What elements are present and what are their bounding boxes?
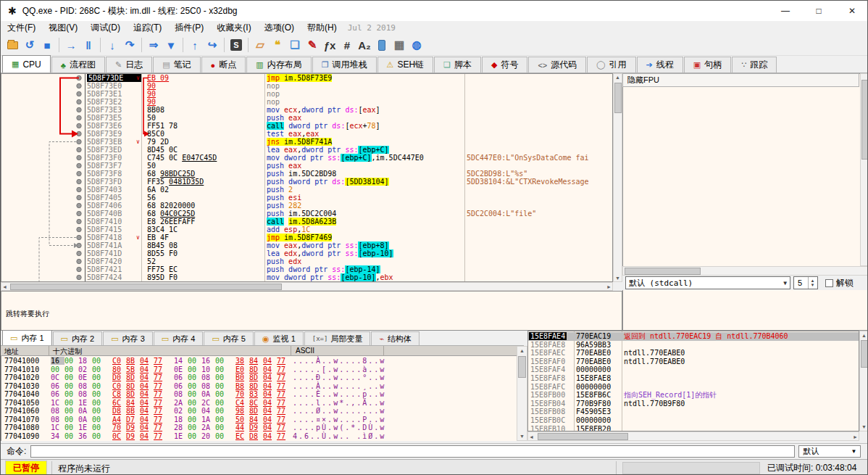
tab-跟踪[interactable]: ∵跟踪 <box>732 57 777 73</box>
menu-item-2[interactable]: 视图(V) <box>42 21 84 35</box>
comment-icon[interactable]: ❝ <box>270 37 285 53</box>
functions-fx-icon[interactable]: ƒx <box>322 37 338 53</box>
tab-内存 1[interactable]: ▭内存 1 <box>2 330 52 345</box>
disasm-row[interactable]: 5D8F73F750push eax <box>1 162 613 170</box>
stack-vscrollbar[interactable]: ▲ ▼ <box>859 331 868 431</box>
step-out-icon[interactable]: ▼ <box>163 37 179 53</box>
open-file-icon[interactable] <box>4 37 20 53</box>
tab-内存 3[interactable]: ▭内存 3 <box>103 331 153 345</box>
disasm-row[interactable]: 5D8F742052push edx <box>1 257 613 265</box>
memory-dump-pane[interactable]: 7704100016001800C08B04771400160038840477… <box>1 356 517 441</box>
tab-内存 2[interactable]: ▭内存 2 <box>53 331 103 345</box>
tab-句柄[interactable]: ▣句柄 <box>684 57 731 73</box>
step-over-icon[interactable]: ↷ <box>122 37 138 53</box>
menu-item-7[interactable]: 选项(O) <box>258 21 301 35</box>
stack-row[interactable]: 15E8FB04770B9F80ntdll.770B9F80 <box>528 400 859 408</box>
convention-dropdown[interactable]: 默认 (stdcall) ▼ <box>625 276 790 289</box>
tab-CPU[interactable]: ▦CPU <box>2 55 51 73</box>
tab-源代码[interactable]: <>源代码 <box>528 57 586 73</box>
dump-row[interactable]: 7704103006000800C08D047706000800B88D0477… <box>1 382 517 391</box>
dump-row[interactable]: 7704101000000200805B04770E001000E08D0477… <box>1 365 517 374</box>
registers-vscrollbar[interactable] <box>860 73 868 266</box>
tab-日志[interactable]: ✎日志 <box>106 57 152 73</box>
tab-结构体[interactable]: ⌁结构体 <box>371 331 420 345</box>
stack-row[interactable]: 15E8FB0C00000000 <box>528 416 859 425</box>
tab-流程图[interactable]: ♣流程图 <box>51 57 105 73</box>
stack-row[interactable]: 15E8FAEC770EABE0ntdll.770EABE0 <box>528 349 859 358</box>
hide-fpu-button[interactable]: 隐藏FPU <box>622 73 859 87</box>
highlight-pencil-icon[interactable]: ✎ <box>304 37 320 53</box>
restart-icon[interactable]: ↺ <box>22 37 38 53</box>
tab-调用堆栈[interactable]: ❐调用堆栈 <box>312 57 377 73</box>
disasm-row[interactable]: 5D8F73DE∨EB 09jmp im.5D8F73E9 <box>1 74 613 82</box>
disasm-row[interactable]: 5D8F73E090nop <box>1 82 613 90</box>
disasm-row[interactable]: 5D8F73ED8D45 0Clea eax,dword ptr ss:[ebp… <box>1 146 613 154</box>
globe-icon[interactable]: ◍ <box>409 37 425 53</box>
stack-row[interactable]: 15E8FB1015E8FB20 <box>528 425 859 431</box>
menu-item-8[interactable]: 帮助(H) <box>301 21 343 35</box>
dump-row[interactable]: 77041090340036000CD904771E002000ECD80477… <box>1 432 517 441</box>
close-debuggee-icon[interactable]: ■ <box>39 37 55 53</box>
dump-row[interactable]: 7704104006000800C88D047708000A0070830477… <box>1 390 517 399</box>
execute-till-return-icon[interactable]: ↑ <box>187 37 203 53</box>
menu-item-1[interactable]: 文件(F) <box>1 21 42 35</box>
disasm-row[interactable]: 5D8F73EB∨79 2Djns im.5D8F741A <box>1 138 613 146</box>
title-bar[interactable]: ✱ QQ.exe - PID: 268C - 模块: im.dll - 线程: … <box>1 1 868 21</box>
dump-row[interactable]: 770410501C001E006C8404772A002C00C48C0477… <box>1 399 517 408</box>
disassembly-pane[interactable]: 5D8F73DE∨EB 09jmp im.5D8F73E95D8F73E090n… <box>1 73 613 282</box>
calculator-icon[interactable]: ▦ <box>391 37 407 53</box>
stack-pane[interactable]: 15E8FAE4770EAC19返回到 ntdll.770EAC19 自 ntd… <box>527 331 859 431</box>
disasm-row[interactable]: 5D8F7418∨EB 4Fjmp im.5D8F7469 <box>1 234 613 241</box>
tab-笔记[interactable]: ▤笔记 <box>153 57 200 73</box>
disasm-row[interactable]: 5D8F73E550push eax <box>1 114 613 122</box>
disasm-row[interactable]: 5D8F73F868 98BDC25Dpush im.5DC2BD985DC2B… <box>1 170 613 178</box>
stack-row[interactable]: 15E8FAE4770EAC19返回到 ntdll.770EAC19 自 ntd… <box>528 332 859 341</box>
pause-icon[interactable]: ‖ <box>80 37 96 53</box>
dump-row[interactable]: 770410200C000E00D08D047706000800B08D0477… <box>1 373 517 382</box>
dump-row[interactable]: 7704106008000A00D88B047702000400988D0477… <box>1 407 517 416</box>
maximize-button[interactable]: □ <box>802 1 835 21</box>
text-az-icon[interactable]: A₂ <box>356 37 372 53</box>
disasm-row[interactable]: 5D8F74036A 02push 2 <box>1 186 613 194</box>
disasm-row[interactable]: 5D8F73E6FF51 78call dword ptr ds:[ecx+78… <box>1 122 613 130</box>
disasm-row[interactable]: 5D8F741A8B45 08mov eax,dword ptr ss:[ebp… <box>1 241 613 249</box>
stack-row[interactable]: 15E8FAFC00000000 <box>528 383 859 392</box>
menu-item-5[interactable]: 插件(P) <box>168 21 210 35</box>
stack-row[interactable]: 15E8FB0015E8FB6C指向SEH_Record[1]的指针 <box>528 391 859 400</box>
command-input[interactable] <box>30 445 795 458</box>
dump-vscrollbar[interactable]: ▲ ▼ <box>517 346 527 441</box>
stack-row[interactable]: 15E8FAE896A59BB3 <box>528 341 859 350</box>
run-icon[interactable]: → <box>63 37 79 53</box>
unlock-checkbox[interactable] <box>825 279 833 287</box>
arguments-pane[interactable]: 1: [esp+4] 96A59BB32: [esp+8] 770EABE0 <… <box>622 290 868 331</box>
tab-SEH链[interactable]: ⚠SEH链 <box>377 57 434 73</box>
device-icon[interactable] <box>374 37 390 53</box>
disasm-row[interactable]: 5D8F73E38B08mov ecx,dword ptr ds:[eax] <box>1 106 613 114</box>
disasm-row[interactable]: 5D8F73FDFF35 0481D35Dpush dword ptr ds:[… <box>1 178 613 186</box>
disasm-row[interactable]: 5D8F73E290nop <box>1 98 613 106</box>
stop-badge-icon[interactable]: S <box>228 37 244 53</box>
step-into-icon[interactable]: ↓ <box>104 37 120 53</box>
command-dropdown[interactable]: 默认 ▼ <box>798 445 861 458</box>
disasm-row[interactable]: 5D8F73E190nop <box>1 90 613 98</box>
close-button[interactable]: ✕ <box>835 1 868 21</box>
label-icon[interactable]: ❏ <box>287 37 303 53</box>
stack-hscrollbar[interactable]: ◄ ► <box>527 431 859 441</box>
disasm-row[interactable]: 5D8F73E985C0test eax,eax <box>1 130 613 138</box>
stack-row[interactable]: 15E8FB08F45905E3 <box>528 408 859 416</box>
tab-内存 4[interactable]: ▭内存 4 <box>154 331 204 345</box>
disasm-row[interactable]: 5D8F73F0C745 0C E047C45Dmov dword ptr ss… <box>1 154 613 162</box>
disasm-row[interactable]: 5D8F740668 82020000push 282 <box>1 202 613 210</box>
menu-item-4[interactable]: 追踪(T) <box>127 21 168 35</box>
dump-row[interactable]: 7704100016001800C08B04771400160038840477… <box>1 357 517 365</box>
disasm-row[interactable]: 5D8F7421FF75 ECpush dword ptr ss:[ebp-14… <box>1 265 613 273</box>
arg-count-spinner[interactable]: 5 ▲▼ <box>793 276 818 289</box>
disasm-hscrollbar[interactable]: ◄ ► <box>1 282 613 291</box>
dump-row[interactable]: 770410801C001E0070D9047728002A0044D90477… <box>1 424 517 432</box>
spinner-arrows-icon[interactable]: ▲▼ <box>808 277 817 289</box>
stack-row[interactable]: 15E8FAF0770EABE0ntdll.770EABE0 <box>528 358 859 366</box>
menu-item-6[interactable]: 收藏夹(I) <box>210 21 257 35</box>
minimize-button[interactable]: — <box>769 1 802 21</box>
tab-断点[interactable]: ●断点 <box>201 57 246 73</box>
patch-icon[interactable]: ▱ <box>252 37 268 53</box>
